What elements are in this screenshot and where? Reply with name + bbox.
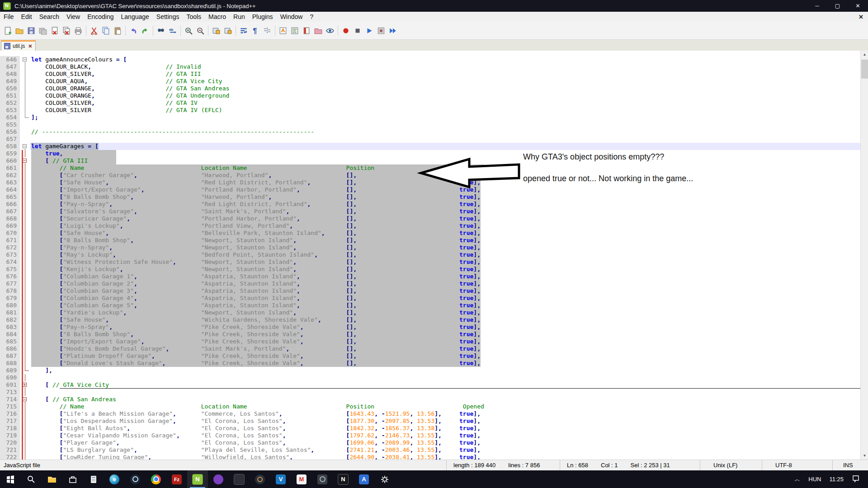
- code-line-715[interactable]: 715// NameLocation NamePositionOpened: [0, 403, 860, 410]
- save-file-icon[interactable]: [25, 25, 37, 37]
- start-recording-icon[interactable]: [340, 25, 352, 37]
- taskbar-gmail-icon[interactable]: M: [291, 470, 312, 488]
- notification-icon[interactable]: [852, 474, 860, 484]
- folder-as-workspace-icon[interactable]: [312, 25, 324, 37]
- taskbar-search-icon[interactable]: [21, 470, 42, 488]
- taskbar-steam-icon[interactable]: [125, 470, 146, 488]
- taskbar-edge-icon[interactable]: e: [104, 470, 125, 488]
- code-line-678[interactable]: 678["Columbian Garage 3","Aspatria, Stau…: [0, 287, 860, 295]
- sync-scroll-vertical-icon[interactable]: [210, 25, 222, 37]
- save-macro-icon[interactable]: [375, 25, 387, 37]
- code-line-673[interactable]: 673["Ray's Lockup","Bedford Point, Staun…: [0, 251, 860, 258]
- close-all-icon[interactable]: [61, 25, 72, 37]
- maximize-button[interactable]: ▢: [827, 0, 848, 12]
- taskbar-notepad-plus-plus-icon[interactable]: N: [187, 470, 208, 488]
- document-map-icon[interactable]: [289, 25, 301, 37]
- code-line-650[interactable]: 650COLOUR_ORANGE,// GTA San Andreas: [0, 85, 860, 92]
- code-line-659[interactable]: 659true,: [0, 150, 860, 157]
- menu-run[interactable]: Run: [230, 12, 249, 22]
- code-line-716[interactable]: 716["Life's a Beach Mission Garage","Com…: [0, 410, 860, 418]
- redo-icon[interactable]: [139, 25, 151, 37]
- menu-macro[interactable]: Macro: [205, 12, 230, 22]
- tray-language[interactable]: HUN: [808, 476, 821, 483]
- code-line-672[interactable]: 672["Pay-n-Spray","Newport, Staunton Isl…: [0, 244, 860, 251]
- menu-encoding[interactable]: Encoding: [84, 12, 117, 22]
- close-button[interactable]: ✕: [848, 0, 868, 12]
- fold-margin[interactable]: [20, 56, 30, 63]
- taskbar-calculator-icon[interactable]: [83, 470, 104, 488]
- menu-edit[interactable]: Edit: [18, 12, 36, 22]
- fold-expand-icon[interactable]: [23, 383, 27, 387]
- taskbar-chrome-icon[interactable]: [146, 470, 166, 488]
- minimize-button[interactable]: ─: [807, 0, 827, 12]
- close-file-icon[interactable]: [49, 25, 61, 37]
- menu-plugins[interactable]: Plugins: [249, 12, 277, 22]
- file-monitoring-icon[interactable]: [324, 25, 336, 37]
- function-list-icon[interactable]: [277, 25, 289, 37]
- code-line-685[interactable]: 685["Import/Export Garage","Pike Creek, …: [0, 338, 860, 345]
- code-line-663[interactable]: 663["Safe House","Red Light District, Po…: [0, 179, 860, 186]
- taskbar-purple-app-icon[interactable]: [208, 470, 229, 488]
- new-file-icon[interactable]: [2, 25, 14, 37]
- fold-margin[interactable]: [20, 381, 30, 389]
- code-line-686[interactable]: 686["Hoodz's Bomb Defusal Garage","Saint…: [0, 345, 860, 352]
- code-line-649[interactable]: 649COLOUR_AQUA,// GTA Vice City: [0, 78, 860, 85]
- replace-icon[interactable]: ab: [167, 25, 179, 37]
- code-line-646[interactable]: 646letgameAnnounceColours=[: [0, 56, 860, 63]
- menu-window[interactable]: Window: [277, 12, 307, 22]
- code-line-690[interactable]: 690: [0, 374, 860, 381]
- taskbar-start-icon[interactable]: [0, 470, 21, 488]
- taskbar-notion-icon[interactable]: N: [333, 470, 354, 488]
- code-line-722[interactable]: 722["LowRider Tuning Garage","Willowfiel…: [0, 454, 860, 460]
- code-line-681[interactable]: 681["Yardie's Lockup","Newport, Staunton…: [0, 309, 860, 316]
- save-all-icon[interactable]: [37, 25, 49, 37]
- taskbar-search-app-icon[interactable]: [250, 470, 270, 488]
- taskbar-translator-icon[interactable]: A: [354, 470, 374, 488]
- code-line-662[interactable]: 662["Car Crusher Garage","Harwood, Portl…: [0, 172, 860, 179]
- code-line-691[interactable]: 691[// GTA Vice City: [0, 381, 860, 389]
- code-line-682[interactable]: 682["Safe House","Wichita Gardens, Shore…: [0, 316, 860, 324]
- code-line-671[interactable]: 671["8 Balls Bomb Shop","Newport, Staunt…: [0, 237, 860, 244]
- code-line-683[interactable]: 683["Pay-n-Spray","Pike Creek, Shoreside…: [0, 324, 860, 331]
- code-line-721[interactable]: 721["LS Burglary Garage","Playa del Sevi…: [0, 446, 860, 454]
- code-line-660[interactable]: 660[// GTA III: [0, 157, 860, 164]
- word-wrap-icon[interactable]: [238, 25, 250, 37]
- taskbar-camera-app-icon[interactable]: [312, 470, 333, 488]
- menu-language[interactable]: Language: [118, 12, 153, 22]
- code-line-718[interactable]: 718["Eight Ball Autos","El Corona, Los S…: [0, 425, 860, 432]
- paste-icon[interactable]: [112, 25, 123, 37]
- stop-recording-icon[interactable]: [352, 25, 363, 37]
- fold-margin[interactable]: [20, 157, 30, 164]
- menu-search[interactable]: Search: [36, 12, 63, 22]
- zoom-in-icon[interactable]: [183, 25, 194, 37]
- code-line-688[interactable]: 688["Donald Love's Stash Garage","Pike C…: [0, 360, 860, 367]
- taskbar-store-icon[interactable]: [62, 470, 83, 488]
- scroll-up-icon[interactable]: ▲: [861, 51, 868, 58]
- code-editor[interactable]: 646letgameAnnounceColours=[647COLOUR_BLA…: [0, 51, 860, 460]
- code-line-689[interactable]: 689],: [0, 367, 860, 374]
- vertical-scrollbar[interactable]: ▲ ▼: [860, 51, 868, 460]
- code-line-658[interactable]: 658letgameGarages=[: [0, 143, 860, 150]
- code-line-665[interactable]: 665["8 Balls Bomb Shop","Harwood, Portla…: [0, 193, 860, 201]
- code-line-669[interactable]: 669["Luigi's Lockup","Portland View, Por…: [0, 222, 860, 230]
- menubar-close-icon[interactable]: ✕: [859, 14, 863, 20]
- tab-close-icon[interactable]: ✕: [28, 43, 32, 49]
- fold-collapse-icon[interactable]: [23, 144, 27, 148]
- code-line-679[interactable]: 679["Columbian Garage 4","Aspatria, Stau…: [0, 295, 860, 302]
- tab-utiljs[interactable]: util.js ✕: [1, 40, 36, 51]
- code-line-675[interactable]: 675["Kenji's Lockup","Newport, Staunton …: [0, 266, 860, 273]
- open-file-icon[interactable]: [14, 25, 25, 37]
- code-line-719[interactable]: 719["Cesar Vialpando Mission Garage","El…: [0, 432, 860, 439]
- code-line-714[interactable]: 714[// GTA San Andreas: [0, 396, 860, 403]
- cut-icon[interactable]: [88, 25, 100, 37]
- taskbar-vscode-icon[interactable]: V: [270, 470, 291, 488]
- show-all-characters-icon[interactable]: ¶: [250, 25, 261, 37]
- code-line-684[interactable]: 684["8 Balls Bomb Shop","Pike Creek, Sho…: [0, 331, 860, 338]
- tray-clock[interactable]: 11:25: [829, 476, 844, 483]
- document-list-icon[interactable]: [301, 25, 312, 37]
- code-line-670[interactable]: 670["Safe House","Belleville Park, Staun…: [0, 230, 860, 237]
- taskbar-settings-gear-icon[interactable]: [374, 470, 395, 488]
- code-line-667[interactable]: 667["Salvatore's Garage","Saint Mark's, …: [0, 208, 860, 215]
- run-macro-multiple-icon[interactable]: [387, 25, 399, 37]
- zoom-out-icon[interactable]: [194, 25, 206, 37]
